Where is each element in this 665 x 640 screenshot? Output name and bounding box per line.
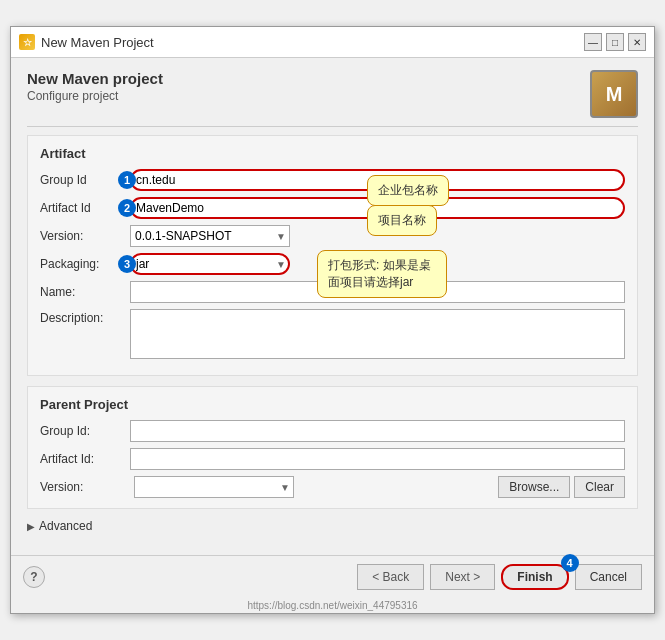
description-row: Description:: [40, 309, 625, 359]
page-header-left: New Maven project Configure project: [27, 70, 163, 103]
footer-right: < Back Next > 4 Finish Cancel: [357, 564, 642, 590]
artifact-section: Artifact Group Id 1 Artifact Id 2: [27, 135, 638, 376]
parent-group-id-row: Group Id:: [40, 420, 625, 442]
close-button[interactable]: ✕: [628, 33, 646, 51]
parent-artifact-id-input[interactable]: [130, 448, 625, 470]
main-form-area: Artifact Group Id 1 Artifact Id 2: [27, 135, 638, 533]
version-label: Version:: [40, 229, 130, 243]
name-input[interactable]: [130, 281, 625, 303]
parent-version-label: Version:: [40, 480, 130, 494]
group-id-input[interactable]: [130, 169, 625, 191]
advanced-arrow-icon: ▶: [27, 521, 35, 532]
description-label: Description:: [40, 309, 130, 325]
artifact-id-label: Artifact Id: [40, 201, 130, 215]
back-button[interactable]: < Back: [357, 564, 424, 590]
cancel-button[interactable]: Cancel: [575, 564, 642, 590]
advanced-section[interactable]: ▶ Advanced: [27, 519, 638, 533]
parent-version-row: Version: ▼ Browse... Clear: [40, 476, 625, 498]
parent-artifact-id-row: Artifact Id:: [40, 448, 625, 470]
parent-artifact-id-label: Artifact Id:: [40, 452, 130, 466]
maximize-button[interactable]: □: [606, 33, 624, 51]
name-row: Name:: [40, 281, 625, 303]
title-bar-left: ☆ New Maven Project: [19, 34, 154, 50]
main-window: ☆ New Maven Project — □ ✕ New Maven proj…: [10, 26, 655, 614]
next-button[interactable]: Next >: [430, 564, 495, 590]
version-select-wrapper: 0.0.1-SNAPSHOT 1.0.0 1.0.0-SNAPSHOT ▼: [130, 225, 290, 247]
advanced-label: Advanced: [39, 519, 92, 533]
page-subtitle: Configure project: [27, 89, 163, 103]
window-title: New Maven Project: [41, 35, 154, 50]
description-input[interactable]: [130, 309, 625, 359]
footer-left: ?: [23, 566, 45, 588]
parent-section: Parent Project Group Id: Artifact Id: Ve…: [27, 386, 638, 509]
parent-group-id-label: Group Id:: [40, 424, 130, 438]
name-label: Name:: [40, 285, 130, 299]
artifact-id-row: Artifact Id 2: [40, 197, 625, 219]
browse-button[interactable]: Browse...: [498, 476, 570, 498]
separator-1: [27, 126, 638, 127]
version-row: Version: 0.0.1-SNAPSHOT 1.0.0 1.0.0-SNAP…: [40, 225, 625, 247]
title-controls: — □ ✕: [584, 33, 646, 51]
clear-button[interactable]: Clear: [574, 476, 625, 498]
artifact-section-title: Artifact: [40, 146, 625, 161]
url-bar: https://blog.csdn.net/weixin_44795316: [11, 598, 654, 613]
parent-version-select-wrapper: ▼: [134, 476, 294, 498]
parent-section-title: Parent Project: [40, 397, 625, 412]
parent-version-select[interactable]: [134, 476, 294, 498]
group-id-label: Group Id: [40, 173, 130, 187]
badge-3: 3: [118, 255, 136, 273]
maven-icon: M: [590, 70, 638, 118]
content-area: New Maven project Configure project M Ar…: [11, 58, 654, 555]
footer: ? < Back Next > 4 Finish Cancel: [11, 555, 654, 598]
group-id-row: Group Id 1: [40, 169, 625, 191]
title-bar: ☆ New Maven Project — □ ✕: [11, 27, 654, 58]
badge-1: 1: [118, 171, 136, 189]
help-button[interactable]: ?: [23, 566, 45, 588]
packaging-row: Packaging: 3 jar war pom ear ▼: [40, 253, 625, 275]
finish-button[interactable]: Finish: [501, 564, 568, 590]
page-title: New Maven project: [27, 70, 163, 87]
packaging-label: Packaging:: [40, 257, 130, 271]
packaging-select-wrapper: jar war pom ear ▼: [130, 253, 290, 275]
window-icon: ☆: [19, 34, 35, 50]
minimize-button[interactable]: —: [584, 33, 602, 51]
version-select[interactable]: 0.0.1-SNAPSHOT 1.0.0 1.0.0-SNAPSHOT: [130, 225, 290, 247]
parent-group-id-input[interactable]: [130, 420, 625, 442]
badge-4: 4: [561, 554, 579, 572]
badge-2: 2: [118, 199, 136, 217]
artifact-id-input[interactable]: [130, 197, 625, 219]
page-header: New Maven project Configure project M: [27, 70, 638, 118]
packaging-select[interactable]: jar war pom ear: [130, 253, 290, 275]
